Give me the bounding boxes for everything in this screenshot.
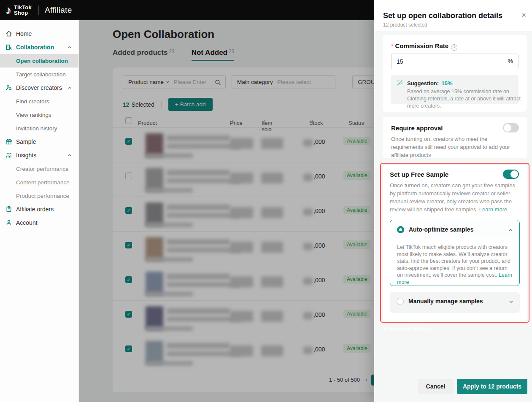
row-checkbox[interactable]: [125, 276, 132, 283]
redacted-text: [146, 292, 193, 296]
row-checkbox[interactable]: [125, 345, 132, 352]
sidebar-item-account[interactable]: Account: [0, 216, 78, 229]
sidebar-item-collaboration[interactable]: Collaboration: [0, 40, 78, 54]
sidebar-item-label: Content performance: [16, 179, 70, 186]
redacted-item-sold: [261, 345, 283, 356]
sidebar-item-label: Account: [16, 219, 38, 226]
sidebar-item-content-performance[interactable]: Content performance: [0, 175, 78, 189]
redacted-price: [230, 138, 253, 149]
redacted-text: [167, 178, 240, 183]
redacted-text: [167, 282, 240, 287]
redacted-text: [146, 223, 193, 227]
table-row[interactable]: ,000 Available: [113, 231, 385, 266]
table-row[interactable]: ,000 Available: [113, 335, 385, 370]
cancel-button[interactable]: Cancel: [418, 379, 454, 394]
products-card: Product name Please Enter Main category …: [113, 67, 385, 392]
tiktok-logo-icon: ♪: [6, 4, 11, 17]
apply-button[interactable]: Apply to 12 products: [457, 379, 527, 394]
redacted-text: [146, 154, 193, 158]
sidebar-item-insights[interactable]: Insights: [0, 148, 78, 162]
sidebar-item-affiliate-orders[interactable]: Affiliate orders: [0, 202, 78, 216]
sidebar-item-sample[interactable]: Sample: [0, 135, 78, 148]
redacted-text: [146, 257, 193, 262]
main-category-filter[interactable]: Main category Please select: [232, 75, 335, 89]
pagination-prev-button[interactable]: ‹: [365, 376, 367, 383]
redacted-text: [167, 343, 230, 348]
redacted-price: [230, 345, 253, 356]
row-checkbox[interactable]: [125, 242, 132, 248]
status-badge: Available: [343, 206, 370, 214]
row-checkbox[interactable]: [125, 311, 132, 318]
stock-value: ,000: [313, 138, 325, 145]
free-sample-toggle[interactable]: [503, 170, 519, 179]
status-badge: Available: [343, 344, 370, 353]
product-name-filter[interactable]: Product name Please Enter: [123, 75, 226, 89]
suggestion-label: Suggestion:: [407, 80, 439, 86]
redacted-price: [230, 276, 253, 287]
tab-label: Added products: [113, 49, 167, 57]
sort-icon[interactable]: [311, 120, 313, 124]
close-icon[interactable]: ×: [521, 11, 526, 19]
sort-icon[interactable]: [232, 120, 234, 124]
tab-not-added[interactable]: Not Added23: [192, 49, 235, 61]
table-row[interactable]: ,000 Available: [113, 197, 385, 231]
sidebar-item-target-collaboration[interactable]: Target collaboration: [0, 67, 78, 81]
sidebar-item-creator-performance[interactable]: Creator performance: [0, 162, 78, 175]
sidebar-item-view-rankings[interactable]: View rankings: [0, 108, 78, 121]
sidebar-item-invitation-history[interactable]: Invitation history: [0, 121, 78, 135]
drawer-subtitle: 12 product selected: [383, 22, 427, 28]
sidebar-item-discover-creators[interactable]: Discover creators: [0, 81, 78, 94]
radio-unselected[interactable]: [397, 298, 404, 305]
main-content: Open Collaboration Added products23 Not …: [79, 20, 374, 402]
table-row[interactable]: ,000 Available: [113, 266, 385, 300]
commission-input-wrap: %: [391, 54, 518, 69]
batch-add-button[interactable]: + Batch add: [168, 98, 212, 111]
redacted-stock-digit: [303, 278, 313, 285]
redacted-text: [167, 213, 240, 218]
option-label: Manually manage samples: [408, 298, 483, 305]
sidebar-item-home[interactable]: Home: [0, 27, 78, 40]
table-row[interactable]: ,000 Available: [113, 162, 385, 197]
tab-added-products[interactable]: Added products23: [113, 49, 175, 61]
row-checkbox[interactable]: [125, 207, 132, 214]
stock-value: ,000: [313, 346, 325, 353]
stock-value: ,000: [313, 173, 325, 180]
percent-unit: %: [508, 58, 513, 65]
sidebar-item-label: Collaboration: [16, 44, 54, 51]
sidebar-item-label: Affiliate orders: [16, 206, 54, 213]
select-all-checkbox[interactable]: [125, 117, 132, 124]
manually-manage-option[interactable]: Manually manage samples: [390, 292, 520, 313]
status-badge: Available: [343, 275, 370, 283]
table-row[interactable]: ,000 Available: [113, 127, 385, 162]
row-checkbox[interactable]: [125, 138, 132, 145]
auto-optimize-header[interactable]: Auto-optimize samples: [390, 220, 519, 239]
redacted-price: [230, 242, 253, 253]
sort-icon[interactable]: [263, 120, 266, 124]
clipboard-icon: [5, 206, 12, 213]
row-checkbox[interactable]: [125, 173, 132, 179]
brand-name: TikTok Shop: [14, 5, 32, 16]
sidebar-item-label: Sample: [16, 138, 36, 145]
sidebar-item-open-collaboration[interactable]: Open collaboration: [0, 54, 78, 67]
sidebar-item-find-creators[interactable]: Find creators: [0, 94, 78, 108]
redacted-price: [230, 311, 253, 322]
stock-value: ,000: [313, 311, 325, 318]
option-label: Auto-optimize samples: [409, 226, 473, 233]
chevron-down-icon[interactable]: [509, 299, 513, 304]
sidebar-item-label: Discover creators: [16, 84, 62, 91]
help-icon[interactable]: ?: [451, 44, 457, 51]
search-icon[interactable]: [215, 79, 221, 86]
free-sample-title: Set up Free Sample: [390, 171, 448, 178]
sidebar-item-label: Creator performance: [16, 166, 69, 172]
learn-more-link[interactable]: Learn more: [479, 206, 507, 213]
commission-rate-input[interactable]: [397, 54, 502, 69]
table-row[interactable]: ,000 Available: [113, 300, 385, 335]
require-approval-toggle[interactable]: [503, 123, 519, 132]
filter-label: Main category: [237, 79, 273, 85]
radio-selected[interactable]: [397, 226, 404, 233]
chevron-up-icon[interactable]: [508, 228, 513, 232]
sidebar-item-product-performance[interactable]: Product performance: [0, 189, 78, 202]
status-badge: Available: [343, 137, 370, 145]
chevron-down-icon: [166, 80, 170, 84]
insights-icon: [5, 152, 12, 159]
